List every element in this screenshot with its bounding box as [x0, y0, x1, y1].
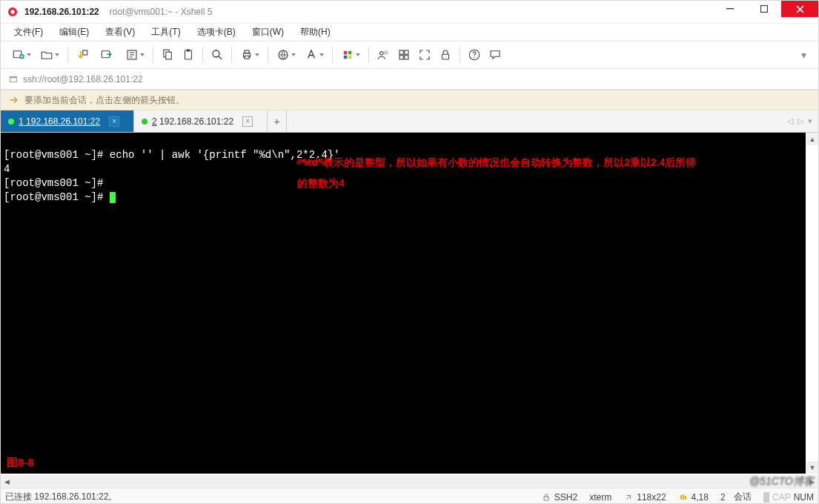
svg-rect-12 [187, 50, 190, 52]
status-pos: 4,18 [678, 492, 709, 503]
print-button[interactable] [236, 45, 263, 64]
status-term: xterm [589, 492, 611, 503]
status-connection: 已连接 192.168.26.101:22。 [5, 491, 117, 503]
tab-close-button[interactable]: × [109, 116, 119, 127]
menu-edit[interactable]: 编辑(E) [55, 24, 93, 40]
menu-view[interactable]: 查看(V) [101, 24, 139, 40]
menu-help[interactable]: 帮助(H) [296, 24, 335, 40]
reconnect-button[interactable] [73, 45, 92, 64]
svg-rect-28 [442, 54, 449, 59]
font-button[interactable] [301, 45, 328, 64]
status-ssh: SSH2 [541, 492, 577, 503]
tab-1[interactable]: 1 192.168.26.101:22 × [1, 110, 134, 132]
tab-add-button[interactable]: + [268, 110, 287, 132]
tab-nav: ◁ ▷ ▾ [781, 110, 818, 132]
help-button[interactable] [465, 45, 484, 64]
scroll-left-icon[interactable]: ◀ [1, 475, 13, 488]
window-title-sub: root@vms001:~ - Xshell 5 [110, 7, 213, 17]
close-button[interactable] [781, 1, 818, 17]
terminal-line: [root@vms001 ~]# [4, 177, 103, 189]
svg-rect-16 [245, 56, 249, 59]
svg-rect-33 [544, 497, 548, 500]
terminal-line: [root@vms001 ~]# [4, 191, 116, 203]
toolbar: ▾ [1, 41, 818, 69]
figure-label: 图8-8 [7, 455, 34, 469]
status-size: 118x22 [623, 492, 666, 503]
menu-tabs[interactable]: 选项卡(B) [193, 24, 240, 40]
chat-button[interactable] [485, 45, 505, 64]
new-session-button[interactable] [8, 45, 35, 64]
svg-rect-35 [683, 494, 684, 500]
hint-text: 要添加当前会话，点击左侧的箭头按钮。 [24, 94, 185, 107]
hint-arrow-icon[interactable] [8, 94, 20, 106]
scroll-down-icon[interactable]: ▼ [806, 461, 818, 474]
svg-rect-20 [344, 56, 348, 59]
svg-rect-26 [399, 56, 403, 59]
status-num: NUM [794, 492, 814, 503]
tab-status-dot [8, 119, 14, 125]
tab-label: 1 192.168.26.101:22 [19, 116, 100, 127]
scroll-up-icon[interactable]: ▲ [806, 133, 818, 145]
tab-close-button[interactable]: × [242, 116, 253, 127]
toolbar-sep [231, 47, 232, 63]
maximize-button[interactable] [747, 1, 781, 17]
minimize-button[interactable] [713, 1, 747, 17]
properties-button[interactable] [122, 45, 148, 64]
toolbar-sep [368, 47, 369, 63]
tab-nav-right-icon[interactable]: ▷ [798, 116, 803, 126]
svg-rect-27 [405, 56, 408, 59]
address-input[interactable] [23, 74, 811, 84]
svg-rect-10 [166, 52, 172, 59]
annotation-note: “%d”表示的是整型，所以如果有小数的情况也会自动转换为整数，所以2乘以2.4后… [297, 152, 705, 193]
svg-rect-21 [348, 56, 352, 59]
svg-point-1 [10, 10, 14, 13]
lock-button[interactable] [436, 45, 455, 64]
tabstrip: 1 192.168.26.101:22 × 2 192.168.26.101:2… [1, 110, 818, 133]
tab-nav-menu-icon[interactable]: ▾ [808, 116, 812, 126]
svg-rect-11 [185, 50, 192, 59]
menubar: 文件(F) 编辑(E) 查看(V) 工具(T) 选项卡(B) 窗口(W) 帮助(… [1, 23, 818, 41]
menu-tools[interactable]: 工具(T) [147, 24, 185, 40]
statusbar: 已连接 192.168.26.101:22。 SSH2 xterm 118x22… [1, 488, 818, 504]
menu-file[interactable]: 文件(F) [10, 24, 47, 40]
grid-button[interactable] [394, 45, 414, 64]
svg-rect-25 [405, 50, 408, 54]
svg-rect-6 [83, 50, 87, 55]
toolbar-sep [332, 47, 333, 63]
terminal[interactable]: [root@vms001 ~]# echo '' | awk '{printf … [1, 133, 806, 474]
svg-point-30 [474, 57, 475, 59]
terminal-line: [root@vms001 ~]# echo '' | awk '{printf … [4, 149, 340, 161]
copy-button[interactable] [158, 45, 177, 64]
svg-rect-24 [399, 50, 403, 54]
pos-icon [678, 492, 689, 503]
search-button[interactable] [208, 45, 227, 64]
status-sessions: 2 会话 [720, 491, 752, 503]
open-session-button[interactable] [36, 45, 63, 64]
users-button[interactable] [374, 45, 393, 64]
scroll-right-icon[interactable]: ▶ [806, 475, 818, 488]
vertical-scrollbar[interactable]: ▲ ▼ [806, 133, 818, 474]
tab-2[interactable]: 2 192.168.26.101:22 × [134, 110, 268, 132]
svg-point-23 [385, 51, 388, 54]
svg-rect-18 [344, 51, 348, 55]
color-button[interactable] [337, 45, 364, 64]
globe-button[interactable] [273, 45, 299, 64]
toolbar-sep [268, 47, 268, 63]
svg-rect-36 [685, 496, 686, 500]
terminal-line: 4 [4, 163, 10, 175]
cursor-icon [110, 192, 116, 203]
tab-status-dot [142, 119, 147, 125]
status-cap: CAP [772, 492, 791, 503]
horizontal-scrollbar[interactable]: ◀ ▶ [1, 475, 818, 488]
terminal-area: [root@vms001 ~]# echo '' | awk '{printf … [1, 133, 818, 475]
window-controls [713, 1, 818, 23]
svg-rect-2 [726, 8, 734, 9]
toolbar-overflow-icon[interactable]: ▾ [797, 49, 811, 61]
tab-label: 2 192.168.26.101:22 [152, 116, 233, 127]
scroll-track[interactable] [806, 145, 818, 461]
disconnect-button[interactable] [93, 45, 120, 64]
paste-button[interactable] [179, 45, 198, 64]
menu-window[interactable]: 窗口(W) [248, 24, 288, 40]
fullscreen-button[interactable] [415, 45, 434, 64]
tab-nav-left-icon[interactable]: ◁ [787, 116, 793, 126]
